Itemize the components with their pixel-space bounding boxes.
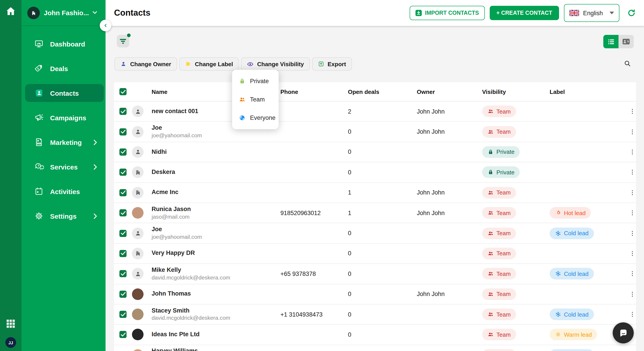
visibility-badge[interactable]: Team [482,288,516,300]
row-checkbox[interactable] [120,209,126,216]
row-checkbox[interactable] [120,230,126,237]
row-menu-button[interactable] [628,208,637,217]
apps-grid-icon[interactable] [6,319,16,329]
visibility-label: Team [496,210,511,216]
row-menu-button[interactable] [628,188,637,197]
visibility-badge[interactable]: Team [482,248,516,259]
visibility-badge[interactable]: Team [482,308,516,320]
table-row[interactable]: Mike Kelly david.mcgoldrick@deskera.com … [114,264,636,284]
dropdown-item-private[interactable]: Private [232,72,278,90]
label-badge[interactable]: Cold lead [550,308,594,320]
table-row[interactable]: new contact 001 2 John John Team [114,102,636,122]
col-header-open-deals[interactable]: Open deals [348,88,417,95]
col-header-phone[interactable]: Phone [280,88,348,95]
open-deals-count: 1 [348,210,417,216]
row-checkbox[interactable] [120,290,126,298]
visibility-badge[interactable]: Team [482,268,516,280]
row-menu-button[interactable] [628,148,637,156]
row-menu-button[interactable] [628,229,637,238]
open-deals-count: 0 [348,149,417,156]
table-row[interactable]: Joe joe@yahoomail.com 0 Team Cold lead [114,223,636,244]
table-row[interactable]: Harvey Williams nidhichokhawat09@gmail.c… [114,345,636,351]
filter-button[interactable] [117,35,129,48]
label-badge[interactable]: Cold lead [550,349,594,351]
dropdown-item-everyone[interactable]: Everyone [232,109,278,127]
sidebar-collapse-button[interactable] [100,20,111,31]
create-contact-button[interactable]: + CREATE CONTACT [490,6,559,20]
sidebar-item-services[interactable]: ? Services [25,158,104,176]
language-selector[interactable]: English [564,4,620,22]
refresh-icon[interactable] [627,8,636,18]
visibility-badge[interactable]: Team [482,126,516,138]
table-row[interactable]: Runica Jason jaso@mail.com 918520963012 … [114,203,636,223]
label-badge[interactable]: Cold lead [550,268,594,280]
row-menu-button[interactable] [628,290,637,298]
open-deals-count: 1 [348,189,417,196]
sidebar-item-activities[interactable]: Activities [25,182,104,200]
row-menu-button[interactable] [628,168,637,177]
row-checkbox[interactable] [120,128,126,135]
sidebar-item-campaigns[interactable]: Campaigns [25,109,104,126]
team-icon [488,311,494,318]
search-icon[interactable] [624,60,632,68]
table-row[interactable]: Deskera 0 Private [114,162,636,183]
table-row[interactable]: Joe joe@yahoomail.com 0 John John Team [114,122,636,142]
table-row[interactable]: John Thomas 0 John John Team [114,284,636,304]
row-checkbox[interactable] [120,331,126,338]
label-badge[interactable]: Hot lead [550,207,591,219]
list-view-button[interactable] [603,35,618,48]
row-menu-button[interactable] [628,249,637,258]
dropdown-item-team[interactable]: Team [232,90,278,109]
visibility-badge[interactable]: Team [482,329,516,340]
card-view-button[interactable] [618,35,634,48]
sidebar-item-contacts[interactable]: Contacts [25,84,104,102]
change-label-button[interactable]: Change Label [179,57,239,71]
col-header-label[interactable]: Label [550,88,628,95]
name-cell: Deskera [152,168,280,176]
visibility-badge[interactable]: Team [482,187,516,198]
table-row[interactable]: Nidhi 0 Private [114,142,636,162]
home-icon[interactable] [5,5,16,17]
visibility-badge[interactable]: Team [482,106,516,117]
row-menu-button[interactable] [628,310,637,319]
sidebar-item-deals[interactable]: $ Deals [25,60,104,77]
row-menu-button[interactable] [628,127,637,136]
select-all-checkbox[interactable] [120,88,126,95]
sidebar-item-dashboard[interactable]: Dashboard [25,35,104,53]
import-contacts-button[interactable]: IMPORT CONTACTS [410,6,484,20]
visibility-badge[interactable]: Team [482,349,516,351]
row-checkbox[interactable] [120,250,126,257]
row-checkbox[interactable] [120,311,126,318]
sidebar-item-marketing[interactable]: Marketing [25,133,104,151]
col-header-owner[interactable]: Owner [417,88,482,95]
table-row[interactable]: Acme Inc 1 John John Team [114,183,636,203]
change-owner-button[interactable]: Change Owner [114,57,177,71]
workspace-switcher[interactable]: John Fashio... [22,0,106,26]
table-row[interactable]: Very Happy DR 0 Team [114,244,636,264]
visibility-badge[interactable]: Private [482,166,520,178]
row-checkbox[interactable] [120,169,126,176]
visibility-badge[interactable]: Team [482,227,516,239]
contact-email: joe@yahoomail.com [152,234,280,240]
table-row[interactable]: Stacey Smith david.mcgoldrick@deskera.co… [114,304,636,325]
filter-active-dot [127,34,130,37]
user-avatar[interactable]: JJ [5,337,16,348]
row-menu-button[interactable] [628,107,637,116]
export-button[interactable]: Export [312,57,352,71]
col-header-visibility[interactable]: Visibility [482,88,550,95]
table-row[interactable]: Ideas Inc Pte Ltd 0 Team Warm lead [114,325,636,345]
name-cell: Joe joe@yahoomail.com [152,226,280,240]
label-badge[interactable]: Warm lead [550,329,597,340]
chat-widget-button[interactable] [613,322,634,344]
change-visibility-button[interactable]: Change Visibility [241,57,310,71]
visibility-badge[interactable]: Private [482,146,520,158]
label-badge[interactable]: Cold lead [550,227,594,239]
row-checkbox[interactable] [120,108,126,115]
visibility-badge[interactable]: Team [482,207,516,219]
visibility-label: Team [496,331,511,338]
row-checkbox[interactable] [120,270,126,278]
row-checkbox[interactable] [120,189,126,196]
row-menu-button[interactable] [628,270,637,278]
row-checkbox[interactable] [120,148,126,156]
sidebar-item-settings[interactable]: Settings [25,207,104,225]
